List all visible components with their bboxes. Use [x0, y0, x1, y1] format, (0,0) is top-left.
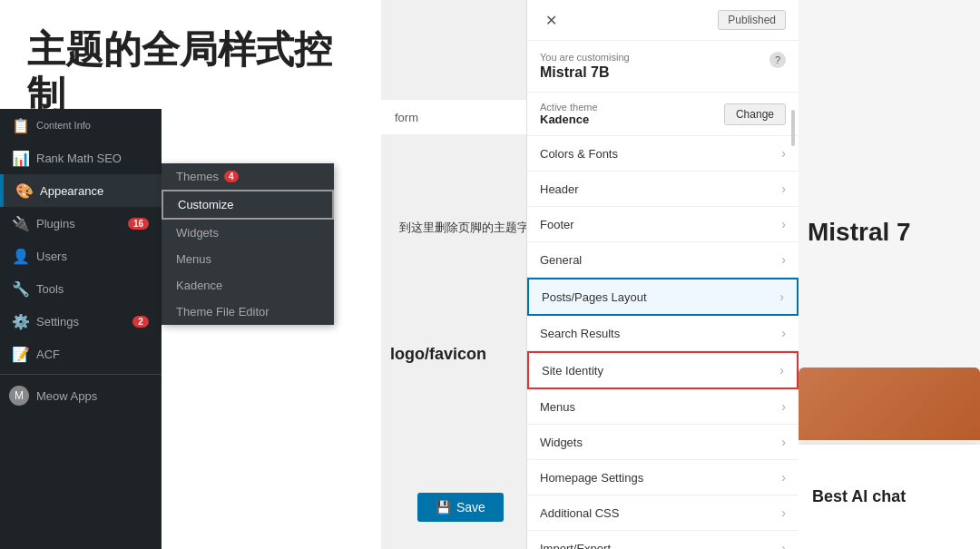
customizer-header: ✕ Published [527, 0, 799, 41]
chevron-right-icon: › [781, 217, 786, 231]
submenu-item-themes[interactable]: Themes 4 [162, 163, 334, 190]
submenu-label: Menus [176, 252, 211, 266]
customizer-menu-item-homepage-settings[interactable]: Homepage Settings› [527, 460, 799, 495]
chevron-right-icon: › [781, 326, 786, 340]
chevron-right-icon: › [781, 470, 786, 485]
published-badge: Published [718, 10, 786, 30]
settings-badge: 2 [132, 316, 149, 328]
sidebar-item-appearance[interactable]: 🎨 Appearance [0, 174, 162, 207]
chevron-right-icon: › [779, 363, 784, 377]
customizer-menu-item-menus[interactable]: Menus› [527, 389, 799, 425]
help-icon-button[interactable]: ? [769, 52, 786, 68]
close-icon: ✕ [545, 12, 557, 29]
sidebar-item-label: Rank Math SEO [36, 152, 149, 165]
customizer-menu-item-label: Footer [540, 218, 574, 231]
customizer-menu-item-label: Site Identity [542, 364, 603, 377]
right-panel: Mistral 7 Best AI chat [799, 0, 980, 549]
chevron-right-icon: › [781, 505, 786, 520]
sidebar-item-acf[interactable]: 📝 ACF [0, 338, 162, 370]
customizer-menu-item-label: Header [540, 182, 579, 196]
submenu-item-kadence[interactable]: Kadence [162, 272, 334, 299]
submenu-item-menus[interactable]: Menus [162, 246, 334, 272]
customizer-menu-item-label: Homepage Settings [540, 471, 643, 485]
chevron-right-icon: › [781, 146, 786, 161]
sidebar-item-label: Tools [36, 282, 149, 296]
chevron-right-icon: › [781, 435, 786, 449]
form-area: form [381, 100, 526, 134]
center-panel: form 到这里删除页脚的主题字眼 logo/favicon 💾 Save [381, 0, 526, 549]
chevron-right-icon: › [781, 399, 786, 414]
sidebar-item-settings[interactable]: ⚙️ Settings 2 [0, 305, 162, 338]
customizer-menu-item-label: Menus [540, 400, 575, 414]
change-theme-button[interactable]: Change [724, 103, 786, 125]
sidebar-item-label: Content Info [36, 120, 149, 131]
chevron-right-icon: › [781, 181, 786, 196]
customizer-menu-item-site-identity[interactable]: Site Identity› [527, 351, 799, 389]
submenu-label: Kadence [176, 279, 222, 292]
submenu-label: Widgets [176, 226, 219, 240]
customizing-label: You are customising [540, 52, 630, 63]
content-info-icon: 📋 [13, 117, 29, 133]
chevron-right-icon: › [779, 289, 784, 304]
customizer-menu-item-label: Search Results [540, 327, 620, 340]
submenu-label: Customize [178, 198, 233, 211]
tools-icon: 🔧 [13, 280, 29, 297]
sidebar-item-label: ACF [36, 348, 149, 361]
customizer-menu-item-header[interactable]: Header› [527, 172, 799, 207]
brown-decorative-block [799, 368, 980, 440]
customizer-menu-item-label: Colors & Fonts [540, 147, 618, 161]
active-theme-label: Active theme [540, 102, 598, 113]
customizer-menu-item-search-results[interactable]: Search Results› [527, 316, 799, 351]
customizer-menu-item-import-export[interactable]: Import/Export› [527, 531, 799, 549]
mistral-title: Mistral 7 [808, 218, 911, 247]
sidebar-item-tools[interactable]: 🔧 Tools [0, 272, 162, 305]
customizer-menu-item-widgets[interactable]: Widgets› [527, 425, 799, 460]
customizer-menu-item-label: Widgets [540, 436, 583, 449]
submenu-item-customize[interactable]: Customize [162, 190, 334, 220]
users-icon: 👤 [13, 248, 29, 264]
save-label: Save [456, 500, 485, 515]
chevron-right-icon: › [781, 252, 786, 267]
customizer-menu-item-posts-pages-layout[interactable]: Posts/Pages Layout› [527, 278, 799, 316]
form-label: form [395, 111, 418, 124]
customizer-close-button[interactable]: ✕ [540, 9, 562, 31]
customizer-menu-item-colors-fonts[interactable]: Colors & Fonts› [527, 136, 799, 172]
active-theme-info: Active theme Kadence [540, 102, 598, 126]
plugins-icon: 🔌 [13, 215, 29, 231]
scroll-indicator [791, 110, 795, 146]
sidebar-item-label: Appearance [40, 184, 149, 198]
save-icon: 💾 [436, 500, 451, 515]
acf-icon: 📝 [13, 346, 29, 362]
sidebar-item-label: Settings [36, 315, 125, 328]
plugins-badge: 16 [128, 218, 149, 230]
customizer-menu-item-label: Import/Export [540, 542, 611, 550]
settings-icon: ⚙️ [13, 313, 29, 329]
sidebar-item-meow-apps[interactable]: M Meow Apps [0, 378, 162, 413]
customizer-menu: Colors & Fonts›Header›Footer›General›Pos… [527, 136, 799, 549]
customizing-name: Mistral 7B [540, 64, 630, 81]
sidebar-item-plugins[interactable]: 🔌 Plugins 16 [0, 207, 162, 240]
help-icon: ? [775, 54, 780, 65]
save-button[interactable]: 💾 Save [417, 493, 504, 522]
logo-favicon-label: logo/favicon [390, 345, 486, 364]
sidebar-item-rank-math[interactable]: 📊 Rank Math SEO [0, 142, 162, 174]
customizer-menu-item-label: Additional CSS [540, 506, 619, 520]
sidebar-item-label: Plugins [36, 217, 121, 230]
wp-admin-sidebar: 📋 Content Info 📊 Rank Math SEO 🎨 Appeara… [0, 109, 162, 549]
customizer-menu-item-additional-css[interactable]: Additional CSS› [527, 495, 799, 531]
customizer-menu-item-label: General [540, 253, 582, 267]
submenu-item-theme-file-editor[interactable]: Theme File Editor [162, 299, 334, 325]
sidebar-item-users[interactable]: 👤 Users [0, 240, 162, 272]
submenu-label: Themes [176, 170, 219, 183]
customizer-menu-item-general[interactable]: General› [527, 242, 799, 278]
chevron-right-icon: › [781, 541, 786, 549]
annotation-center: 到这里删除页脚的主题字眼 [399, 220, 526, 236]
submenu-item-widgets[interactable]: Widgets [162, 220, 334, 246]
appearance-icon: 🎨 [16, 182, 33, 199]
appearance-submenu: Themes 4 Customize Widgets Menus Kadence… [162, 163, 334, 325]
sidebar-item-label: Meow Apps [36, 389, 152, 403]
best-ai-label: Best AI chat [812, 487, 906, 506]
sidebar-item-content-info[interactable]: 📋 Content Info [0, 109, 162, 142]
customizer-menu-item-footer[interactable]: Footer› [527, 207, 799, 242]
meow-apps-avatar: M [9, 386, 29, 406]
